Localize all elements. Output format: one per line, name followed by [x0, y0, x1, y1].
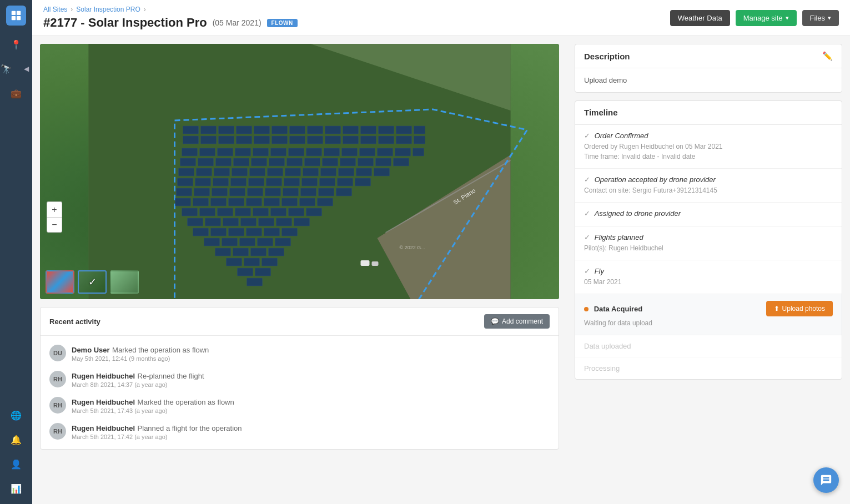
map-aerial[interactable]: St. Piano	[40, 44, 559, 299]
svg-rect-45	[289, 148, 304, 156]
timeline-item-data-acquired: Data Acquired ⬆ Upload photos Waiting fo…	[575, 294, 842, 335]
sidebar-item-bell[interactable]: 🔔	[6, 430, 26, 450]
svg-rect-107	[318, 198, 333, 206]
activity-user: Rugen Heidbuchel	[72, 398, 135, 406]
svg-rect-40	[200, 148, 215, 156]
svg-rect-59	[287, 158, 303, 166]
sidebar-item-globe[interactable]: 🌐	[6, 405, 26, 425]
manage-site-button[interactable]: Manage site	[736, 10, 797, 26]
svg-rect-116	[188, 218, 203, 226]
app-logo[interactable]	[6, 6, 26, 26]
svg-rect-95	[283, 188, 299, 196]
right-panel: Description ✏️ Upload demo Timeline ✓	[567, 36, 850, 504]
svg-rect-94	[265, 188, 281, 196]
list-item: RH Rugen Heidbuchel Planned a flight for…	[41, 419, 559, 445]
svg-rect-92	[230, 188, 245, 196]
map-thumbnails: ✓	[46, 270, 139, 294]
activity-time: March 5th 2021, 17:42 (a year ago)	[72, 434, 550, 440]
zoom-in-button[interactable]: +	[47, 201, 62, 217]
sidebar-item-chart[interactable]: 📊	[6, 478, 26, 498]
svg-text:© 2022 G...: © 2022 G...	[400, 245, 425, 250]
svg-rect-118	[223, 218, 239, 226]
breadcrumb-site-name[interactable]: Solar Inspection PRO	[76, 6, 140, 13]
timeline-item-label: Data uploaded	[584, 342, 833, 350]
svg-rect-137	[269, 248, 284, 256]
activity-time: March 5th 2021, 17:43 (a year ago)	[72, 407, 550, 414]
timeline-item-fly: ✓ Fly 05 Mar 2021	[575, 260, 842, 294]
map-thumbnail-1[interactable]	[46, 270, 74, 294]
zoom-out-button[interactable]: −	[47, 217, 62, 233]
breadcrumb-all-sites[interactable]: All Sites	[43, 6, 67, 13]
svg-rect-84	[284, 178, 300, 186]
page-title-date: (05 Mar 2021)	[213, 18, 261, 27]
recent-activity-card: Recent activity 💬 Add comment DU Demo Us…	[40, 307, 559, 450]
upload-photos-button[interactable]: ⬆ Upload photos	[766, 301, 833, 316]
activity-user: Rugen Heidbuchel	[72, 424, 135, 432]
svg-rect-3	[17, 16, 21, 20]
svg-rect-14	[237, 126, 252, 134]
timeline-item-header: ✓ Order Confirmed	[584, 132, 833, 140]
svg-rect-123	[193, 228, 209, 236]
svg-rect-71	[268, 168, 283, 176]
svg-rect-58	[269, 158, 285, 166]
timeline-item-flights-planned: ✓ Flights planned Pilot(s): Rugen Heidbu…	[575, 226, 842, 260]
svg-rect-105	[282, 198, 298, 206]
timeline-title: Timeline	[584, 108, 618, 117]
svg-rect-43	[253, 148, 269, 156]
svg-rect-129	[204, 238, 220, 246]
check-icon: ✓	[584, 132, 590, 140]
svg-rect-76	[356, 168, 372, 176]
svg-rect-77	[374, 168, 390, 176]
svg-rect-34	[343, 136, 359, 144]
map-thumbnail-3[interactable]	[110, 270, 139, 294]
svg-rect-93	[248, 188, 263, 196]
add-comment-button[interactable]: 💬 Add comment	[484, 314, 550, 329]
svg-rect-23	[396, 126, 412, 134]
svg-rect-60	[305, 158, 320, 166]
svg-rect-73	[303, 168, 319, 176]
svg-rect-103	[247, 198, 262, 206]
svg-rect-142	[255, 268, 271, 276]
map-thumbnail-2[interactable]: ✓	[78, 270, 107, 294]
svg-rect-110	[218, 208, 233, 216]
check-icon: ✓	[584, 209, 590, 218]
svg-rect-17	[290, 126, 305, 134]
svg-rect-22	[379, 126, 394, 134]
weather-data-button[interactable]: Weather Data	[670, 10, 730, 26]
timeline-item-processing: Processing	[575, 357, 842, 379]
svg-rect-141	[238, 268, 253, 276]
sidebar: 📍 🔭 ◀ 💼 🌐 🔔 👤 📊	[0, 0, 32, 504]
sidebar-item-binoculars[interactable]: 🔭	[0, 59, 16, 79]
sidebar-item-briefcase[interactable]: 💼	[6, 83, 26, 103]
svg-rect-82	[249, 178, 264, 186]
svg-rect-122	[294, 218, 310, 226]
svg-rect-102	[229, 198, 244, 206]
page-title-row: #2177 - Solar Inspection Pro (05 Mar 202…	[43, 16, 298, 30]
chat-bubble-button[interactable]	[813, 467, 839, 493]
svg-rect-127	[264, 228, 280, 236]
svg-rect-63	[358, 158, 374, 166]
svg-rect-120	[259, 218, 274, 226]
svg-rect-37	[396, 136, 412, 144]
timeline-item-sub: Contact on site: Sergio Futura+391213141…	[584, 185, 833, 195]
timeline-item-label: Fly	[595, 267, 604, 275]
svg-rect-39	[182, 148, 198, 156]
sidebar-item-user[interactable]: 👤	[6, 454, 26, 474]
svg-rect-143	[247, 278, 263, 286]
svg-rect-24	[414, 126, 425, 134]
description-edit-button[interactable]: ✏️	[822, 51, 833, 61]
svg-rect-2	[12, 16, 16, 20]
svg-rect-25	[183, 136, 199, 144]
svg-rect-85	[302, 178, 318, 186]
avatar: RH	[49, 423, 66, 440]
timeline-item-header: ✓ Operation accepted by drone provider	[584, 175, 833, 184]
avatar: RH	[49, 397, 66, 414]
timeline-item-header: ✓ Flights planned	[584, 233, 833, 241]
files-button[interactable]: Files	[802, 10, 839, 26]
sidebar-item-location[interactable]: 📍	[6, 34, 26, 54]
svg-rect-16	[272, 126, 288, 134]
timeline-items: ✓ Order Confirmed Ordered by Rugen Heidb…	[575, 125, 842, 379]
timeline-item-operation-accepted: ✓ Operation accepted by drone provider C…	[575, 169, 842, 203]
activity-content: Demo User Marked the operation as flown …	[72, 345, 550, 362]
sidebar-collapse[interactable]: ◀	[16, 63, 36, 74]
